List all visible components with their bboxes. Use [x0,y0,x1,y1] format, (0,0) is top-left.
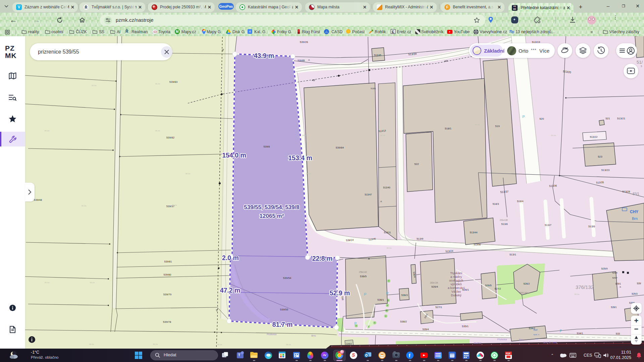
svg-text:539/83: 539/83 [169,80,178,83]
svg-text:52.9 m: 52.9 m [330,289,350,297]
svg-text:a nátěry: a nátěry [450,275,462,279]
svg-text:518/4: 518/4 [517,200,524,203]
svg-text:525/7: 525/7 [612,277,618,279]
svg-text:231•130: 231•130 [500,219,508,221]
svg-text:06 čís: 06 čís [172,204,177,206]
svg-text:513/44: 513/44 [470,231,478,234]
svg-text:06 čís: 06 čís [575,293,580,295]
svg-text:ocelových: ocelových [449,279,463,282]
svg-text:1149/49: 1149/49 [409,344,418,347]
svg-text:513/7: 513/7 [545,224,552,227]
svg-text:06 čís: 06 čís [387,247,392,249]
svg-text:06 čís: 06 čís [306,173,311,175]
svg-text:513/36: 513/36 [549,184,557,187]
svg-text:CHY: CHY [630,209,638,214]
svg-text:536/3: 536/3 [401,294,408,297]
svg-text:525/3: 525/3 [632,293,638,295]
svg-text:06 čís: 06 čís [302,134,307,136]
svg-text:Brn: Brn [632,217,638,221]
svg-text:539/55: 539/55 [280,308,288,311]
svg-text:P: P [386,291,388,295]
svg-text:539/84: 539/84 [336,146,344,149]
svg-text:535/4: 535/4 [423,328,429,331]
svg-text:22.8 m: 22.8 m [312,255,333,262]
svg-text:539/81: 539/81 [164,260,172,263]
svg-text:539/8: 539/8 [264,145,270,148]
svg-text:539/78: 539/78 [163,320,171,323]
svg-text:513/37: 513/37 [500,190,508,193]
svg-text:Tryskání: Tryskání [450,271,462,275]
svg-text:536/1: 536/1 [377,298,384,301]
svg-text:43.9 m: 43.9 m [254,52,274,59]
svg-text:výrobků: výrobků [450,282,462,286]
svg-text:526/4: 526/4 [431,285,438,288]
svg-text:P: P [354,321,357,325]
svg-text:533: 533 [616,332,620,335]
svg-text:513/22: 513/22 [590,135,598,138]
svg-text:539/48: 539/48 [34,198,42,201]
svg-text:525/1: 525/1 [615,283,621,285]
svg-text:06 čís: 06 čís [90,282,95,284]
svg-text:523: 523 [598,155,602,158]
svg-text:539/82: 539/82 [166,136,175,139]
svg-text:528/: 528/ [637,282,641,285]
svg-text:51301: 51301 [371,87,376,89]
svg-text:539/85: 539/85 [298,59,305,62]
svg-text:513/39: 513/39 [408,52,417,56]
svg-text:.v.: .v. [380,200,382,202]
svg-text:534/1: 534/1 [577,332,583,335]
svg-text:526/2: 526/2 [524,282,530,285]
svg-text:06 čís: 06 čís [185,173,191,175]
svg-text:spol. s: spol. s [533,334,539,336]
svg-text:521: 521 [605,117,610,120]
svg-text:536/2: 536/2 [400,320,407,323]
svg-text:538: 538 [341,296,344,300]
svg-text:525/9: 525/9 [601,267,608,270]
svg-text:06 čís: 06 čís [155,83,160,85]
svg-text:513/11: 513/11 [384,231,391,234]
svg-text:06 čís: 06 čís [92,84,97,86]
svg-text:513/28: 513/28 [623,190,630,193]
svg-text:283•134: 283•134 [430,282,438,284]
svg-text:519: 519 [495,125,500,128]
svg-text:153.4 m: 153.4 m [288,154,312,162]
svg-text:06 čís: 06 čís [475,124,480,126]
svg-text:r.o.: r.o. [536,338,539,340]
svg-text:okres Brno-mě: okres Brno-mě [543,341,557,344]
svg-text:527/1: 527/1 [435,306,442,309]
svg-text:376/132: 376/132 [576,284,594,290]
svg-text:Přízřenice: Přízřenice [497,338,507,341]
svg-text:154.0 m: 154.0 m [222,152,246,159]
svg-text:528/1: 528/1 [611,306,617,308]
svg-text:83/1: 83/1 [633,192,639,196]
svg-text:P: P [364,292,366,296]
svg-text:513/23: 513/23 [601,169,610,172]
svg-text:06 čís: 06 čís [551,134,556,136]
svg-text:51/: 51/ [637,60,643,65]
svg-text:513/50: 513/50 [474,243,481,246]
svg-text:.v.: .v. [308,59,310,61]
svg-text:536/5: 536/5 [360,275,367,278]
svg-text:P: P [522,115,525,119]
svg-text:527/2: 527/2 [495,287,501,290]
svg-text:513/21: 513/21 [617,117,626,120]
svg-text:RAT: RAT [534,329,538,331]
svg-text:Modřice: Modřice [474,342,482,344]
svg-text:513/1: 513/1 [509,253,517,256]
svg-text:518/1: 518/1 [445,127,452,130]
svg-text:P: P [559,329,562,333]
svg-text:06 čís: 06 čís [155,130,160,132]
svg-text:513/47: 513/47 [365,193,372,196]
svg-text:513/45: 513/45 [374,54,381,56]
svg-text:Brno: Brno [519,339,524,341]
svg-text:Brno: Brno [311,335,316,337]
svg-text:a konstrukci: a konstrukci [448,286,465,290]
svg-text:539/14: 539/14 [346,238,354,242]
svg-text:1149/3: 1149/3 [346,343,352,345]
svg-text:526/5: 526/5 [485,284,492,287]
svg-text:06 čís: 06 čís [45,130,50,132]
svg-text:06 čís: 06 čís [153,343,158,345]
svg-text:525/8: 525/8 [612,272,618,274]
svg-text:535/1: 535/1 [462,325,469,328]
svg-text:513/40: 513/40 [383,186,390,189]
